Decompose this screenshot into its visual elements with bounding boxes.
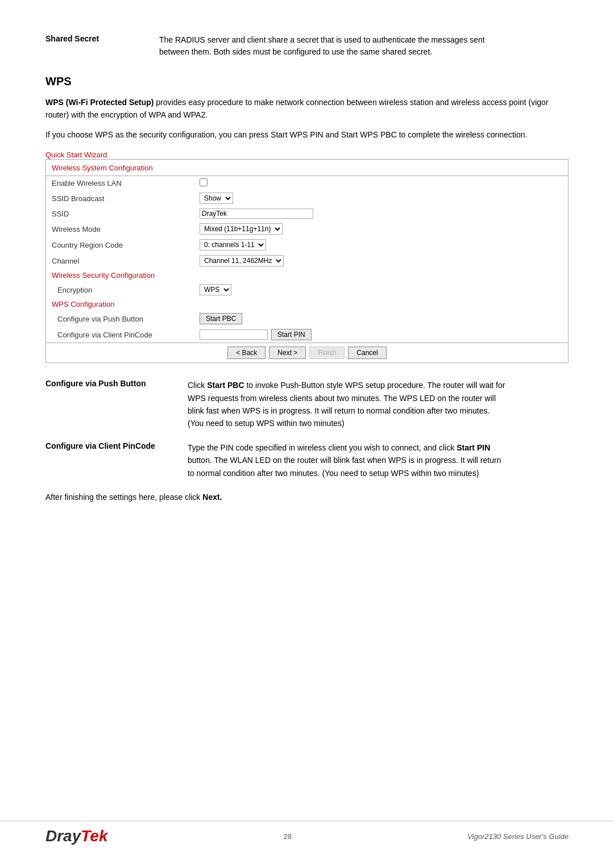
field-value: Show Hide <box>194 190 568 206</box>
table-row: Encryption WPS <box>46 282 568 298</box>
field-value: Start PIN <box>194 327 568 343</box>
field-value: WPS <box>194 282 568 298</box>
wireless-mode-select[interactable]: Mixed (11b+11g+11n) <box>200 223 283 235</box>
configure-pin-section: Configure via Client PinCode Type the PI… <box>45 441 569 479</box>
table-row: Wireless Security Configuration <box>46 269 568 282</box>
configure-push-prefix: Click <box>188 381 207 390</box>
finish-button[interactable]: Finish <box>309 347 345 359</box>
back-button[interactable]: < Back <box>227 347 265 359</box>
channel-select[interactable]: Channel 11, 2462MHz <box>200 255 284 266</box>
cancel-button[interactable]: Cancel <box>348 347 386 359</box>
next-button[interactable]: Next > <box>269 347 306 359</box>
configure-push-section: Configure via Push Button Click Start PB… <box>45 379 569 430</box>
wps-heading: WPS <box>45 75 569 88</box>
field-label: Wireless Mode <box>46 221 194 237</box>
shared-secret-section: Shared Secret The RADIUS server and clie… <box>45 34 569 58</box>
table-row: SSID Broadcast Show Hide <box>46 190 568 206</box>
page-number: 28 <box>284 832 292 841</box>
country-region-select[interactable]: 0: channels 1-11 <box>200 239 266 251</box>
field-label: Channel <box>46 253 194 269</box>
ssid-input[interactable] <box>200 208 313 219</box>
shared-secret-label: Shared Secret <box>45 34 136 58</box>
table-row: SSID <box>46 206 568 221</box>
after-finishing-text: After finishing the settings here, pleas… <box>45 491 569 503</box>
logo-tek: Tek <box>81 827 107 845</box>
ssid-broadcast-select[interactable]: Show Hide <box>200 193 233 204</box>
start-pin-button[interactable]: Start PIN <box>271 329 312 340</box>
field-label: Configure via Push Button <box>46 311 194 327</box>
field-value <box>194 176 568 190</box>
field-label: Enable Wireless LAN <box>46 176 194 190</box>
table-row: Wireless Mode Mixed (11b+11g+11n) <box>46 221 568 237</box>
wireless-system-title: Wireless System Configuration <box>52 164 153 172</box>
page-guide: Vigor2130 Series User's Guide <box>467 832 569 841</box>
pin-code-input[interactable] <box>200 329 268 340</box>
field-label: SSID <box>46 206 194 221</box>
field-value: Channel 11, 2462MHz <box>194 253 568 269</box>
wizard-box: Wireless System Configuration Enable Wir… <box>45 159 569 363</box>
wireless-security-title: Wireless Security Configuration <box>46 269 568 282</box>
table-row: Configure via Client PinCode Start PIN <box>46 327 568 343</box>
field-label: Encryption <box>46 282 194 298</box>
configure-push-text: Click Start PBC to invoke Push-Button st… <box>188 379 506 430</box>
wps-intro-bold-text: WPS (Wi-Fi Protected Setup) <box>45 98 154 107</box>
encryption-select[interactable]: WPS <box>200 284 231 295</box>
start-pbc-button[interactable]: Start PBC <box>200 313 242 324</box>
configure-pin-bold: Start PIN <box>457 443 490 452</box>
table-row: Enable Wireless LAN <box>46 176 568 190</box>
shared-secret-text: The RADIUS server and client share a sec… <box>159 34 489 58</box>
field-value <box>194 206 568 221</box>
configure-pin-label: Configure via Client PinCode <box>45 441 171 450</box>
page-footer: DrayTek 28 Vigor2130 Series User's Guide <box>0 821 614 845</box>
table-row: Channel Channel 11, 2462MHz <box>46 253 568 269</box>
pin-input-row: Start PIN <box>200 329 562 340</box>
wps-intro-text: If you choose WPS as the security config… <box>45 128 569 141</box>
table-row: Country Region Code 0: channels 1-11 <box>46 237 568 253</box>
wps-config-title: WPS Configuration <box>46 298 568 311</box>
wps-intro-bold: WPS (Wi-Fi Protected Setup) provides eas… <box>45 96 569 122</box>
field-value: 0: channels 1-11 <box>194 237 568 253</box>
field-value: Start PBC <box>194 311 568 327</box>
configure-push-label: Configure via Push Button <box>45 379 171 388</box>
field-value: Mixed (11b+11g+11n) <box>194 221 568 237</box>
configure-push-bold: Start PBC <box>207 381 244 390</box>
field-label: SSID Broadcast <box>46 190 194 206</box>
wizard-table: Enable Wireless LAN SSID Broadcast Show … <box>46 176 568 343</box>
wizard-header: Wireless System Configuration <box>46 160 568 176</box>
configure-pin-prefix: Type the PIN code specified in wireless … <box>188 443 457 452</box>
configure-pin-text: Type the PIN code specified in wireless … <box>188 441 506 479</box>
draytek-logo: DrayTek <box>45 827 107 845</box>
after-bold: Next. <box>202 493 222 502</box>
table-row: WPS Configuration <box>46 298 568 311</box>
logo-dray: Dray <box>45 827 81 845</box>
configure-pin-rest: button. The WLAN LED on the router will … <box>188 456 501 477</box>
wizard-footer: < Back Next > Finish Cancel <box>46 343 568 362</box>
table-row: Configure via Push Button Start PBC <box>46 311 568 327</box>
after-prefix: After finishing the settings here, pleas… <box>45 493 202 502</box>
quick-start-link[interactable]: Quick Start Wizard <box>45 151 107 159</box>
enable-wireless-checkbox[interactable] <box>200 178 208 186</box>
field-label: Configure via Client PinCode <box>46 327 194 343</box>
country-region-label: Country Region Code <box>46 237 194 253</box>
